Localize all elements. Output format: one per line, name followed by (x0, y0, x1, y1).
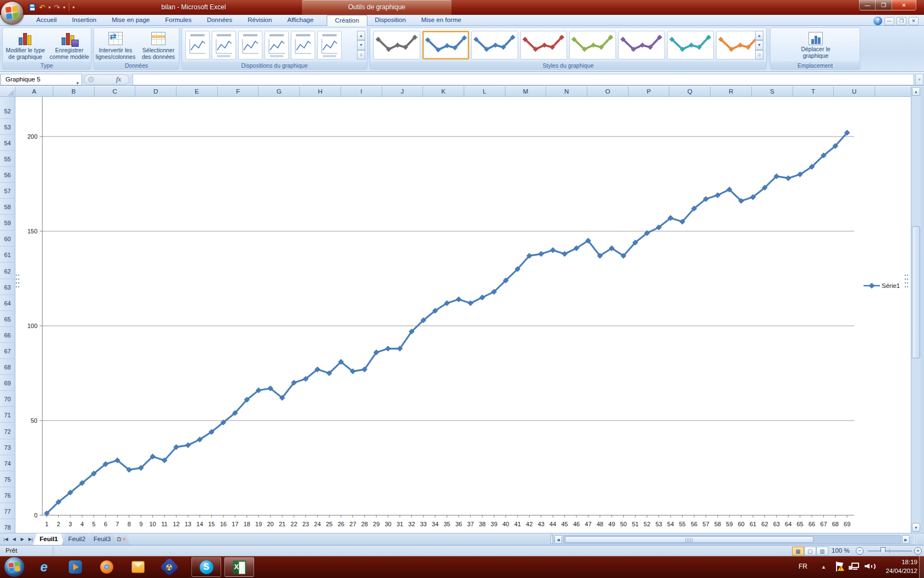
row-header-68[interactable]: 68 (0, 359, 15, 375)
firefox-icon[interactable] (99, 559, 114, 575)
column-header-G[interactable]: G (259, 86, 300, 97)
tab-split-handle[interactable] (551, 535, 553, 544)
column-header-A[interactable]: A (15, 86, 53, 97)
column-header-H[interactable]: H (300, 86, 341, 97)
hscroll-right-icon[interactable]: ▶ (902, 535, 910, 544)
row-header-75[interactable]: 75 (0, 472, 15, 487)
tab-accueil[interactable]: Accueil (29, 15, 64, 26)
show-desktop-button[interactable] (919, 556, 924, 578)
row-header-77[interactable]: 77 (0, 504, 15, 519)
first-sheet-icon[interactable]: |◀ (2, 535, 9, 543)
undo-dropdown-icon[interactable]: ▾ (48, 5, 51, 10)
tab-mise-en-forme[interactable]: Mise en forme (414, 15, 469, 26)
chart-style-3[interactable] (471, 31, 518, 59)
sheet-tab-feuil1[interactable]: Feuil1 (33, 533, 64, 545)
column-header-E[interactable]: E (177, 86, 218, 97)
excel-taskbar-button[interactable] (224, 557, 254, 577)
styles-expand-icon[interactable]: ⍗ (755, 50, 763, 59)
column-header-R[interactable]: R (711, 86, 752, 97)
row-header-56[interactable]: 56 (0, 167, 15, 183)
workbook-close-button[interactable]: ✕ (909, 17, 919, 25)
chart-style-4[interactable] (520, 31, 567, 59)
show-hidden-icons-icon[interactable]: ▲ (821, 564, 826, 570)
insert-sheet-tab[interactable]: 🗋✶ (113, 535, 130, 545)
chart-style-5[interactable] (569, 31, 616, 59)
row-header-65[interactable]: 65 (0, 312, 15, 327)
zoom-level[interactable]: 100 % (832, 547, 850, 554)
switch-row-column-button[interactable]: ⇄ Intervertir les lignes/colonnes (94, 30, 137, 62)
layouts-expand-icon[interactable]: ⍗ (357, 50, 365, 59)
network-icon[interactable] (850, 563, 860, 570)
redo-dropdown-icon[interactable]: ▾ (63, 5, 65, 10)
row-header-74[interactable]: 74 (0, 456, 15, 471)
next-sheet-icon[interactable]: ▶ (19, 535, 26, 543)
chart-layout-2[interactable] (212, 31, 236, 59)
prev-sheet-icon[interactable]: ◀ (10, 535, 18, 543)
horizontal-scrollbar[interactable] (563, 535, 901, 544)
chart-layout-1[interactable] (185, 31, 210, 59)
zoom-in-icon[interactable]: + (914, 547, 922, 555)
column-header-L[interactable]: L (464, 86, 505, 97)
redo-icon[interactable]: ↷ (54, 4, 60, 11)
row-header-59[interactable]: 59 (0, 215, 15, 231)
row-header-58[interactable]: 58 (0, 199, 15, 215)
internet-explorer-icon[interactable]: e (36, 559, 52, 575)
column-header-S[interactable]: S (752, 86, 793, 97)
select-data-button[interactable]: Sélectionner des données (137, 30, 180, 62)
help-icon[interactable]: ? (873, 17, 882, 25)
column-header-K[interactable]: K (423, 86, 464, 97)
row-header-78[interactable]: 78 (0, 520, 15, 533)
column-header-N[interactable]: N (546, 86, 587, 97)
windows-media-player-icon[interactable] (68, 559, 83, 575)
tab-disposition[interactable]: Disposition (367, 15, 414, 26)
layouts-scroll-down-icon[interactable]: ▼ (357, 40, 365, 50)
column-header-I[interactable]: I (341, 86, 382, 97)
chart-layout-3[interactable] (238, 31, 262, 59)
column-header-J[interactable]: J (382, 86, 424, 97)
column-header-O[interactable]: O (587, 86, 629, 97)
scroll-up-icon[interactable]: ▲ (912, 87, 920, 96)
column-header-Q[interactable]: Q (670, 86, 711, 97)
hscroll-left-icon[interactable]: ◀ (554, 535, 562, 544)
row-header-71[interactable]: 71 (0, 407, 15, 423)
save-as-template-button[interactable]: Enregistrer comme modèle (48, 30, 91, 62)
column-header-B[interactable]: B (53, 86, 95, 97)
tab-révision[interactable]: Révision (240, 15, 279, 26)
row-header-72[interactable]: 72 (0, 424, 15, 439)
embedded-line-chart[interactable]: 0501001502001234567891011121314151617181… (15, 97, 911, 533)
tab-données[interactable]: Données (199, 15, 240, 26)
chart-style-2[interactable] (422, 31, 469, 59)
chart-style-6[interactable] (618, 31, 665, 59)
tab-affichage[interactable]: Affichage (279, 15, 321, 26)
last-sheet-icon[interactable]: ▶| (27, 535, 34, 543)
zoom-slider-thumb[interactable] (881, 547, 886, 554)
insert-function-icon[interactable]: fx (116, 75, 121, 84)
chart-layout-6[interactable] (317, 31, 342, 59)
scrollbar-resize-grip[interactable] (912, 535, 916, 544)
column-header-P[interactable]: P (629, 86, 670, 97)
row-header-63[interactable]: 63 (0, 280, 15, 295)
action-center-icon[interactable] (835, 561, 844, 571)
row-header-61[interactable]: 61 (0, 247, 15, 263)
vertical-scrollbar[interactable]: ▲ ▼ (911, 86, 921, 533)
save-icon[interactable] (29, 4, 36, 11)
minimize-button[interactable]: — (859, 0, 876, 10)
row-header-66[interactable]: 66 (0, 328, 15, 343)
workbook-restore-button[interactable]: ❐ (897, 17, 906, 25)
tab-formules[interactable]: Formules (157, 15, 199, 26)
row-header-69[interactable]: 69 (0, 375, 15, 391)
row-header-64[interactable]: 64 (0, 296, 15, 311)
column-header-T[interactable]: T (793, 86, 834, 97)
column-header-M[interactable]: M (505, 86, 547, 97)
page-break-view-icon[interactable]: ▥ (816, 547, 828, 555)
chart-style-1[interactable] (373, 31, 420, 59)
chart-style-7[interactable] (667, 31, 714, 59)
row-header-52[interactable]: 52 (0, 103, 15, 119)
column-header-D[interactable]: D (135, 86, 177, 97)
skype-taskbar-button[interactable]: S (191, 557, 221, 577)
change-chart-type-button[interactable]: Modifier le type de graphique (4, 30, 47, 62)
clock[interactable]: 18:19 24/04/2012 (886, 558, 917, 575)
column-header-F[interactable]: F (218, 86, 259, 97)
row-header-53[interactable]: 53 (0, 119, 15, 135)
radiation-app-icon[interactable]: ☢ (162, 559, 177, 575)
